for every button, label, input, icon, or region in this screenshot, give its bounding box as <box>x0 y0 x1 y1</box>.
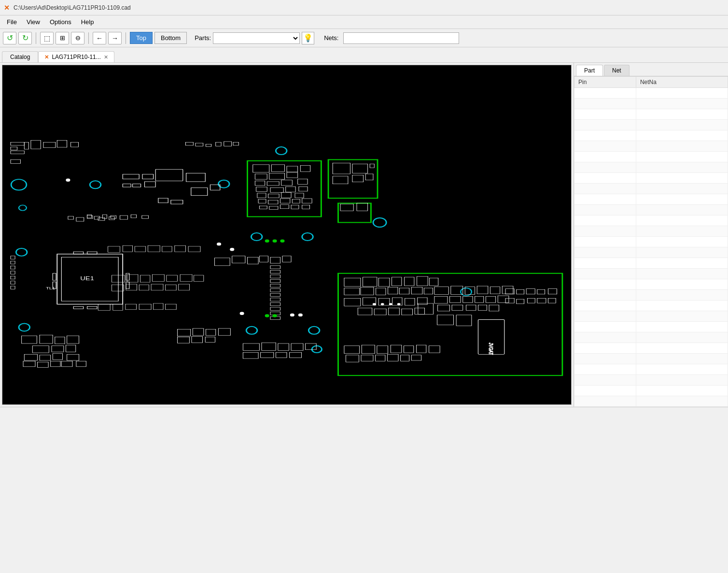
svg-rect-53 <box>196 143 203 146</box>
catalog-tab[interactable]: Catalog <box>2 51 38 62</box>
table-row <box>574 258 728 269</box>
file-tab[interactable]: ✕ LAG711PR10-11... ✕ <box>38 51 114 62</box>
svg-rect-216 <box>111 215 116 218</box>
right-tab-net[interactable]: Net <box>604 65 630 76</box>
svg-rect-84 <box>280 205 289 209</box>
svg-point-6 <box>302 233 313 241</box>
svg-rect-81 <box>302 199 312 203</box>
svg-rect-136 <box>76 361 86 367</box>
svg-rect-100 <box>120 215 128 219</box>
svg-rect-151 <box>344 288 360 295</box>
svg-rect-244 <box>123 245 132 252</box>
svg-rect-180 <box>498 296 509 302</box>
svg-rect-27 <box>87 252 97 254</box>
svg-rect-86 <box>302 205 310 209</box>
svg-rect-83 <box>269 206 278 209</box>
svg-rect-52 <box>185 143 193 145</box>
menu-file[interactable]: File <box>2 16 22 28</box>
svg-rect-85 <box>291 205 299 209</box>
table-row <box>574 301 728 311</box>
refresh-button[interactable]: ↺ <box>3 32 16 44</box>
svg-rect-223 <box>261 352 274 358</box>
svg-rect-29 <box>87 306 97 309</box>
table-row <box>574 205 728 215</box>
svg-rect-178 <box>475 297 484 303</box>
table-row <box>574 184 728 194</box>
svg-rect-67 <box>281 180 293 186</box>
svg-rect-201 <box>411 355 421 360</box>
svg-rect-176 <box>450 297 461 303</box>
svg-rect-236 <box>537 289 545 294</box>
svg-rect-64 <box>287 172 298 178</box>
svg-rect-145 <box>363 277 377 286</box>
menubar: File View Options Help <box>0 15 728 29</box>
col-netname: NetNa <box>636 77 728 88</box>
svg-rect-227 <box>11 261 15 264</box>
parts-select[interactable] <box>213 32 300 44</box>
tab-close-button[interactable]: ✕ <box>104 54 108 60</box>
svg-rect-60 <box>287 166 298 172</box>
svg-rect-261 <box>166 285 177 290</box>
top-view-button[interactable]: Top <box>130 32 153 44</box>
svg-rect-16 <box>338 203 371 223</box>
svg-rect-247 <box>162 246 172 252</box>
svg-rect-199 <box>387 354 398 361</box>
svg-rect-226 <box>11 256 15 259</box>
pcb-svg: UE1 TL1 <box>2 65 571 404</box>
svg-rect-167 <box>402 309 413 315</box>
svg-rect-166 <box>389 308 400 315</box>
svg-rect-113 <box>270 284 280 287</box>
svg-rect-254 <box>167 275 178 282</box>
svg-point-0 <box>11 179 27 190</box>
right-tab-part[interactable]: Part <box>576 65 603 76</box>
svg-rect-87 <box>333 163 350 174</box>
zoom-out-button[interactable]: ⊖ <box>71 32 84 44</box>
parts-label: Parts: <box>195 34 211 42</box>
nets-input[interactable] <box>343 32 459 44</box>
svg-rect-105 <box>247 257 258 264</box>
svg-point-205 <box>240 312 244 315</box>
svg-rect-158 <box>344 299 361 306</box>
svg-rect-139 <box>206 329 215 335</box>
svg-rect-197 <box>361 355 373 361</box>
menu-options[interactable]: Options <box>45 16 76 28</box>
svg-rect-186 <box>418 303 434 314</box>
svg-rect-92 <box>365 174 373 180</box>
zoom-fit-button[interactable]: ⊞ <box>56 32 69 44</box>
svg-rect-192 <box>391 345 402 353</box>
svg-rect-26 <box>73 252 83 254</box>
back-button[interactable]: ← <box>93 32 106 44</box>
svg-rect-222 <box>243 352 258 358</box>
svg-rect-127 <box>66 345 75 352</box>
svg-rect-238 <box>505 299 514 303</box>
svg-rect-114 <box>270 289 280 292</box>
svg-rect-173 <box>490 287 500 294</box>
bulb-button[interactable]: 💡 <box>302 32 314 44</box>
svg-text:UE1: UE1 <box>80 275 94 281</box>
bottom-view-button[interactable]: Bottom <box>154 32 187 44</box>
svg-rect-188 <box>456 315 472 326</box>
zoom-region-button[interactable]: ⬚ <box>40 32 54 44</box>
svg-rect-200 <box>401 355 409 361</box>
pcb-canvas-container[interactable]: UE1 TL1 <box>2 65 572 405</box>
svg-text:TL1: TL1 <box>46 286 55 290</box>
svg-rect-91 <box>352 175 364 182</box>
svg-rect-175 <box>434 297 448 303</box>
svg-rect-15 <box>328 159 378 198</box>
svg-rect-140 <box>218 329 230 335</box>
svg-rect-108 <box>282 256 291 262</box>
forward-button[interactable]: → <box>108 32 122 44</box>
svg-rect-68 <box>298 179 308 184</box>
menu-view[interactable]: View <box>22 16 45 28</box>
svg-rect-112 <box>270 280 280 283</box>
table-row <box>574 375 728 386</box>
separator-3 <box>126 32 126 44</box>
svg-rect-63 <box>269 173 285 179</box>
svg-rect-117 <box>270 302 280 305</box>
svg-rect-258 <box>126 284 137 290</box>
svg-rect-260 <box>151 284 163 290</box>
menu-help[interactable]: Help <box>76 16 99 28</box>
table-row <box>574 99 728 109</box>
refresh2-button[interactable]: ↻ <box>18 32 32 44</box>
svg-rect-45 <box>11 151 24 154</box>
